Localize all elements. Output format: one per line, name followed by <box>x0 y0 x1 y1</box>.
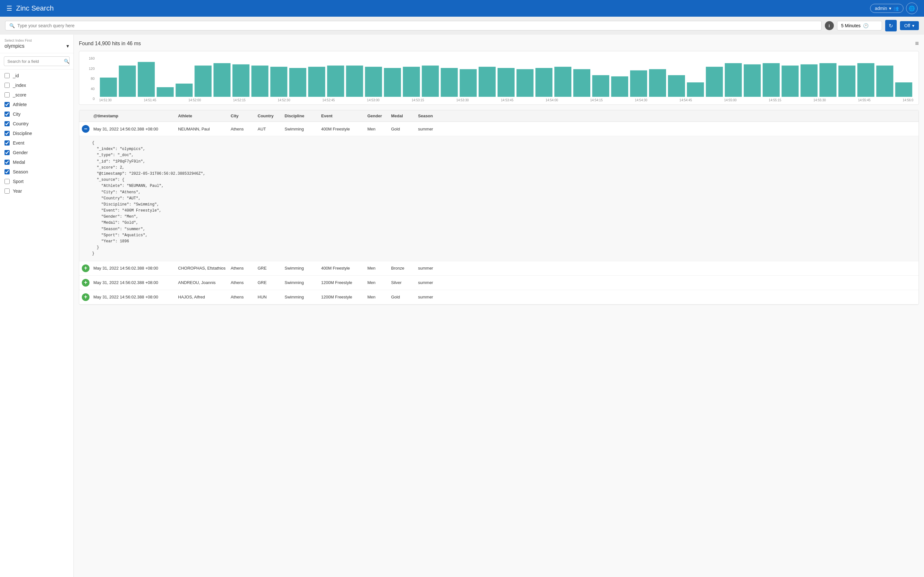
refresh-icon: ↻ <box>889 23 893 29</box>
table-row-cells-0[interactable]: −May 31, 2022 14:56:02.388 +08:00NEUMANN… <box>79 122 919 136</box>
field-item-_index[interactable]: _index <box>0 81 73 90</box>
x-label-13: 14:54:45 <box>680 98 692 102</box>
field-checkbox-year[interactable] <box>5 189 10 193</box>
info-button[interactable]: i <box>825 21 834 30</box>
x-label-8: 14:53:30 <box>456 98 469 102</box>
results-menu-button[interactable]: ≡ <box>915 40 919 47</box>
collapse-row-button-0[interactable]: − <box>82 125 89 133</box>
field-search-input[interactable] <box>7 59 61 64</box>
field-item-season[interactable]: Season <box>0 167 73 177</box>
table-row-cells-3[interactable]: +May 31, 2022 14:56:02.388 +08:00HAJOS, … <box>79 290 919 304</box>
chart-bar-41 <box>876 66 893 97</box>
cell-0-5: 400M Freestyle <box>321 127 366 131</box>
field-checkbox-sport[interactable] <box>5 179 10 184</box>
x-label-11: 14:54:15 <box>590 98 603 102</box>
field-item-gender[interactable]: Gender <box>0 148 73 157</box>
header-right: admin ▾ 👥 🌐 <box>870 3 918 14</box>
expand-button-3[interactable]: + <box>82 293 92 301</box>
chart-bar-34 <box>744 64 761 97</box>
off-chevron-icon: ▾ <box>912 23 914 28</box>
globe-icon: 🌐 <box>909 5 915 11</box>
search-input[interactable] <box>17 23 817 28</box>
refresh-button[interactable]: ↻ <box>885 20 897 31</box>
table-header: @timestampAthleteCityCountryDisciplineEv… <box>79 110 919 122</box>
field-label-athlete: Athlete <box>13 102 27 107</box>
results-table: @timestampAthleteCityCountryDisciplineEv… <box>79 110 919 305</box>
col-header-timestamp: @timestamp <box>94 113 177 118</box>
field-checkbox-_index[interactable] <box>5 83 10 88</box>
x-label-16: 14:55:30 <box>813 98 826 102</box>
y-label-120: 120 <box>84 67 95 71</box>
globe-button[interactable]: 🌐 <box>906 3 918 14</box>
chart-bar-18 <box>441 68 458 97</box>
admin-button[interactable]: admin ▾ 👥 <box>870 4 903 13</box>
col-header-country: Country <box>258 113 283 118</box>
expand-row-button-3[interactable]: + <box>82 293 89 301</box>
chart-container: 160 120 80 40 0 14:51:3014:51:4514:52:00… <box>79 51 919 105</box>
field-checkbox-medal[interactable] <box>5 160 10 165</box>
field-item-sport[interactable]: Sport <box>0 177 73 186</box>
x-label-7: 14:53:15 <box>412 98 424 102</box>
off-button[interactable]: Off ▾ <box>900 21 919 30</box>
field-label-_id: _id <box>13 73 19 78</box>
expand-row-button-2[interactable]: + <box>82 279 89 287</box>
field-checkbox-discipline[interactable] <box>5 131 10 136</box>
results-header: Found 14,900 hits in 46 ms ≡ <box>79 40 919 47</box>
y-label-40: 40 <box>84 87 95 91</box>
chart-bar-25 <box>573 69 590 97</box>
x-label-18: 14:56:0 <box>903 98 913 102</box>
chart-bar-38 <box>819 63 837 97</box>
field-label-year: Year <box>13 189 22 193</box>
cell-1-2: Athens <box>231 266 256 271</box>
expand-button-1[interactable]: + <box>82 264 92 272</box>
search-bar-row: 🔍 i 5 Minutes 🕐 ↻ Off ▾ <box>0 17 924 35</box>
index-selector[interactable]: Select Index First olympics ▾ <box>0 35 73 53</box>
chart-x-labels: 14:51:3014:51:4514:52:0014:52:1514:52:30… <box>99 98 913 102</box>
chart-bar-30 <box>668 75 685 97</box>
x-label-10: 14:54:00 <box>545 98 558 102</box>
menu-icon[interactable]: ☰ <box>6 5 12 12</box>
field-checkbox-_id[interactable] <box>5 73 10 78</box>
chart-bar-5 <box>194 66 212 97</box>
expand-button-2[interactable]: + <box>82 279 92 287</box>
field-checkbox-gender[interactable] <box>5 150 10 155</box>
field-item-_id[interactable]: _id <box>0 71 73 81</box>
col-header-expand <box>82 113 92 118</box>
table-row-cells-1[interactable]: +May 31, 2022 14:56:02.388 +08:00CHOROPH… <box>79 261 919 276</box>
chart-bar-17 <box>422 66 439 97</box>
field-checkbox-city[interactable] <box>5 111 10 117</box>
field-checkbox-athlete[interactable] <box>5 102 10 107</box>
index-selector-label: Select Index First <box>5 39 69 42</box>
y-label-160: 160 <box>84 56 95 60</box>
chart-wrap: 160 120 80 40 0 14:51:3014:51:4514:52:00… <box>84 55 913 102</box>
field-checkbox-event[interactable] <box>5 140 10 145</box>
x-label-5: 14:52:45 <box>322 98 335 102</box>
field-item-medal[interactable]: Medal <box>0 157 73 167</box>
col-header-event: Event <box>321 113 366 118</box>
field-checkbox-_score[interactable] <box>5 92 10 97</box>
cell-1-7: Bronze <box>391 266 417 271</box>
time-label: 5 Minutes <box>841 23 861 28</box>
chart-bar-21 <box>498 68 515 97</box>
expand-row-button-1[interactable]: + <box>82 264 89 272</box>
field-item-country[interactable]: Country <box>0 119 73 129</box>
cell-1-5: 400M Freestyle <box>321 266 366 271</box>
time-selector[interactable]: 5 Minutes 🕐 <box>837 21 882 31</box>
field-item-athlete[interactable]: Athlete <box>0 100 73 109</box>
field-item-discipline[interactable]: Discipline <box>0 129 73 138</box>
expand-button-0[interactable]: − <box>82 125 92 133</box>
chart-bar-10 <box>289 68 306 97</box>
field-item-city[interactable]: City <box>0 109 73 119</box>
field-checkbox-country[interactable] <box>5 121 10 126</box>
field-item-year[interactable]: Year <box>0 186 73 196</box>
x-label-14: 14:55:00 <box>724 98 737 102</box>
field-item-event[interactable]: Event <box>0 138 73 148</box>
cell-1-6: Men <box>367 266 390 271</box>
chart-bar-1 <box>119 66 136 97</box>
table-row-cells-2[interactable]: +May 31, 2022 14:56:02.388 +08:00ANDREOU… <box>79 276 919 290</box>
chart-bar-28 <box>630 71 647 97</box>
cell-0-2: Athens <box>231 127 256 131</box>
field-item-_score[interactable]: _score <box>0 90 73 100</box>
chart-bar-6 <box>213 63 230 97</box>
field-checkbox-season[interactable] <box>5 169 10 174</box>
